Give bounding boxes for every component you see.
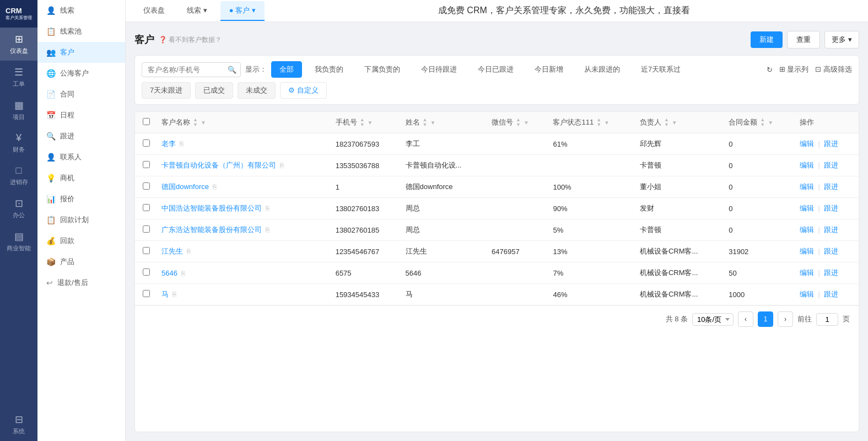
- sidebar-item-customer[interactable]: 👥 客户: [37, 42, 125, 63]
- amount-filter-icon[interactable]: ▼: [768, 120, 773, 126]
- customer-name-link[interactable]: 5646: [161, 269, 177, 277]
- tab-dashboard[interactable]: 仪表盘: [134, 1, 174, 21]
- contact-filter-icon[interactable]: ▼: [430, 120, 435, 126]
- filter-deal[interactable]: 已成交: [195, 82, 233, 99]
- tab-lead[interactable]: 线索 ▾: [178, 1, 216, 21]
- sidebar-item-payment[interactable]: 💰 回款: [37, 230, 125, 251]
- advanced-filter-button[interactable]: ⊡ 高级筛选: [815, 64, 852, 74]
- sidebar-item-leads[interactable]: 👤 线索: [37, 0, 125, 21]
- sidebar-item-refund[interactable]: ↩ 退款/售后: [37, 272, 125, 293]
- filter-today-follow[interactable]: 今日待跟进: [413, 61, 465, 78]
- row-checkbox[interactable]: [143, 139, 150, 147]
- row-checkbox[interactable]: [143, 204, 150, 211]
- filter-no-deal[interactable]: 未成交: [238, 82, 276, 99]
- customer-name-link[interactable]: 马: [161, 290, 169, 298]
- reset-button[interactable]: 查重: [787, 31, 820, 49]
- row-checkbox[interactable]: [143, 247, 150, 254]
- customer-name-link[interactable]: 德国downforce: [161, 182, 209, 191]
- display-column-button[interactable]: ⊞ 显示列: [779, 64, 809, 74]
- new-button[interactable]: 新建: [751, 31, 783, 48]
- customer-name-link[interactable]: 中国浩达智能装备股份有限公司: [161, 204, 262, 212]
- search-icon[interactable]: 🔍: [228, 66, 236, 74]
- sidebar-item-opportunity[interactable]: 💡 商机: [37, 168, 125, 189]
- search-input[interactable]: [142, 62, 241, 77]
- more-button[interactable]: 更多 ▾: [824, 31, 859, 49]
- copy-icon[interactable]: ⎘: [181, 270, 185, 277]
- filter-week-contact[interactable]: 近7天联系过: [633, 61, 689, 78]
- goto-input[interactable]: [816, 313, 838, 326]
- sidebar-item-contact[interactable]: 👤 联系人: [37, 147, 125, 168]
- follow-action[interactable]: 跟进: [824, 204, 838, 212]
- nav-item-inventory[interactable]: □ 进销存: [0, 159, 37, 192]
- follow-action[interactable]: 跟进: [824, 290, 838, 298]
- row-checkbox[interactable]: [143, 225, 150, 233]
- follow-action[interactable]: 跟进: [824, 139, 838, 148]
- tab-customer[interactable]: ● 客户 ▾: [220, 1, 265, 21]
- sidebar-item-sea-customer[interactable]: 🌐 公海客户: [37, 63, 125, 84]
- customer-name-link[interactable]: 江先生: [161, 247, 183, 255]
- edit-action[interactable]: 编辑: [800, 182, 814, 191]
- sidebar-item-follow[interactable]: 🔍 跟进: [37, 126, 125, 147]
- copy-icon[interactable]: ⎘: [172, 291, 176, 298]
- sidebar-item-contract[interactable]: 📄 合同: [37, 84, 125, 105]
- filter-mine[interactable]: 我负责的: [306, 61, 352, 78]
- name-sort-icon[interactable]: ▲▼: [193, 117, 198, 127]
- copy-icon[interactable]: ⎘: [266, 226, 269, 234]
- contact-sort-icon[interactable]: ▲▼: [423, 117, 428, 127]
- edit-action[interactable]: 编辑: [800, 204, 814, 212]
- amount-sort-icon[interactable]: ▲▼: [760, 117, 765, 127]
- status-sort-icon[interactable]: ▲▼: [596, 117, 601, 127]
- follow-action[interactable]: 跟进: [824, 225, 838, 234]
- customer-name-link[interactable]: 卡普顿自动化设备（广州）有限公司: [161, 161, 276, 169]
- filter-subordinate[interactable]: 下属负责的: [356, 61, 408, 78]
- follow-action[interactable]: 跟进: [824, 161, 838, 169]
- edit-action[interactable]: 编辑: [800, 139, 814, 148]
- customer-name-link[interactable]: 广东浩达智能装备股份有限公司: [161, 225, 262, 234]
- next-page-button[interactable]: ›: [778, 311, 793, 327]
- customer-name-link[interactable]: 老李: [161, 139, 176, 148]
- sidebar-item-lead-pool[interactable]: 📋 线索池: [37, 21, 125, 42]
- row-checkbox[interactable]: [143, 182, 150, 190]
- follow-action[interactable]: 跟进: [824, 247, 838, 255]
- filter-all[interactable]: 全部: [271, 61, 302, 78]
- edit-action[interactable]: 编辑: [800, 290, 814, 298]
- filter-no-follow[interactable]: 从未跟进的: [576, 61, 628, 78]
- follow-action[interactable]: 跟进: [824, 182, 838, 191]
- prev-page-button[interactable]: ‹: [738, 311, 753, 327]
- nav-item-workorder[interactable]: ☰ 工单: [0, 61, 37, 94]
- wechat-filter-icon[interactable]: ▼: [524, 120, 529, 126]
- edit-action[interactable]: 编辑: [800, 247, 814, 255]
- nav-item-system[interactable]: ⊟ 系统: [0, 408, 37, 441]
- owner-filter-icon[interactable]: ▼: [672, 120, 677, 126]
- nav-item-bi[interactable]: ▤ 商业智能: [0, 225, 37, 258]
- name-filter-icon[interactable]: ▼: [201, 120, 206, 126]
- nav-item-finance[interactable]: ¥ 财务: [0, 127, 37, 159]
- row-checkbox[interactable]: [143, 161, 150, 168]
- select-all-checkbox[interactable]: [143, 118, 150, 125]
- page-hint[interactable]: ❓ 看不到客户数据？: [159, 35, 222, 45]
- row-checkbox[interactable]: [143, 268, 150, 276]
- sidebar-item-payment-plan[interactable]: 📋 回款计划: [37, 209, 125, 230]
- filter-today-done[interactable]: 今日已跟进: [470, 61, 522, 78]
- filter-no-follow-7[interactable]: 7天未跟进: [142, 82, 191, 99]
- filter-today-new[interactable]: 今日新增: [526, 61, 572, 78]
- custom-filter-button[interactable]: ⚙ 自定义: [280, 82, 327, 99]
- nav-item-office[interactable]: ⊡ 办公: [0, 192, 37, 225]
- follow-action[interactable]: 跟进: [824, 268, 838, 277]
- edit-action[interactable]: 编辑: [800, 161, 814, 169]
- nav-item-dashboard[interactable]: ⊞ 仪表盘: [0, 28, 37, 61]
- owner-sort-icon[interactable]: ▲▼: [664, 117, 669, 127]
- copy-icon[interactable]: ⎘: [187, 248, 191, 255]
- copy-icon[interactable]: ⎘: [280, 162, 284, 169]
- copy-icon[interactable]: ⎘: [266, 205, 269, 212]
- copy-icon[interactable]: ⎘: [213, 183, 217, 191]
- edit-action[interactable]: 编辑: [800, 225, 814, 234]
- sidebar-item-product[interactable]: 📦 产品: [37, 251, 125, 272]
- phone-filter-icon[interactable]: ▼: [368, 120, 373, 126]
- copy-icon[interactable]: ⎘: [180, 140, 184, 148]
- phone-sort-icon[interactable]: ▲▼: [360, 117, 365, 127]
- refresh-button[interactable]: ↻: [767, 66, 773, 74]
- nav-item-project[interactable]: ▦ 项目: [0, 94, 37, 127]
- row-checkbox[interactable]: [143, 290, 150, 297]
- page-size-select[interactable]: 10条/页20条/页50条/页: [692, 313, 734, 326]
